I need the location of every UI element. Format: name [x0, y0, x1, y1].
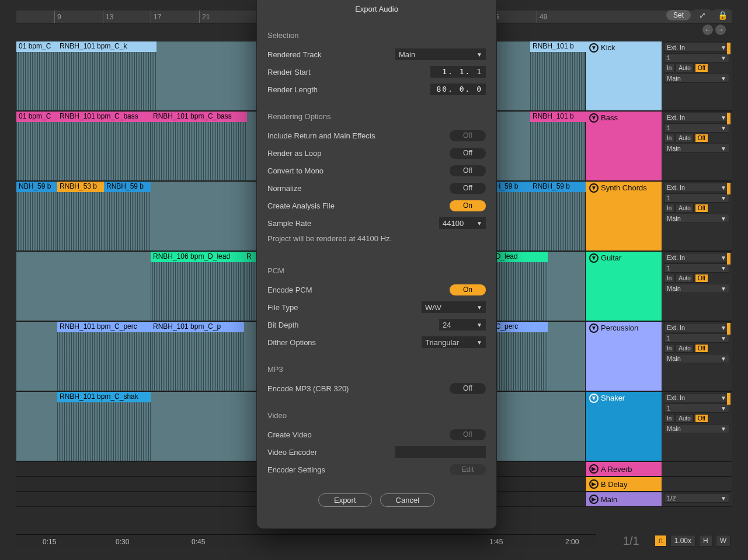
monitor-auto-button[interactable]: Auto	[676, 204, 694, 213]
output-select[interactable]: Main▼	[664, 284, 729, 293]
clip[interactable]: RNBH_101 bpm_C_k	[57, 41, 156, 52]
normalize-toggle[interactable]: Off	[450, 183, 486, 194]
section-mp3: MP3	[267, 351, 486, 380]
file-type-select[interactable]: WAV▼	[422, 301, 486, 313]
track-header[interactable]: ▼Percussion	[586, 322, 662, 391]
monitor-off-button[interactable]: Off	[695, 134, 708, 142]
fold-icon[interactable]: ▼	[589, 183, 599, 193]
clip[interactable]: RNBH_101 b	[530, 41, 586, 52]
clip[interactable]: RNBH_59 b	[530, 182, 586, 192]
w-button[interactable]: W	[716, 535, 730, 547]
input-chan-select[interactable]: 1▼	[664, 53, 729, 62]
time-mark: 0:30	[116, 538, 129, 546]
clip[interactable]: 01 bpm_C	[16, 41, 57, 52]
zoom-display[interactable]: 1.00x	[670, 535, 695, 547]
render-loop-toggle[interactable]: Off	[450, 148, 486, 159]
output-select[interactable]: Main▼	[664, 214, 729, 223]
track-header[interactable]: ▼Shaker	[586, 392, 662, 461]
monitor-auto-button[interactable]: Auto	[676, 64, 694, 72]
clip[interactable]: RNBH_101 bpm_C_bass	[57, 112, 151, 122]
track-header[interactable]: ▶B Delay	[586, 477, 662, 491]
nav-fwd-icon[interactable]: →	[715, 25, 726, 35]
convert-mono-toggle[interactable]: Off	[450, 165, 486, 176]
waveform-icon[interactable]: ⎍	[655, 535, 667, 547]
input-type-select[interactable]: Ext. In▼	[664, 183, 729, 192]
nav-back-icon[interactable]: ←	[702, 25, 713, 35]
expand-icon[interactable]: ⤢	[694, 9, 711, 21]
output-select[interactable]: 1/2▼	[664, 493, 729, 503]
export-button[interactable]: Export	[318, 493, 372, 507]
clip[interactable]: RNBH_106 bpm_D_lead	[151, 252, 244, 262]
clip[interactable]: RNBH_101 bpm_C_bass	[151, 112, 247, 122]
rendered-track-select[interactable]: Main▼	[395, 48, 486, 60]
input-chan-select[interactable]: 1▼	[664, 193, 729, 203]
output-select[interactable]: Main▼	[664, 144, 729, 153]
monitor-off-button[interactable]: Off	[695, 274, 708, 283]
monitor-in-button[interactable]: In	[664, 274, 674, 283]
time-mark: 2:00	[565, 538, 579, 546]
monitor-in-button[interactable]: In	[664, 344, 674, 353]
input-type-select[interactable]: Ext. In▼	[664, 113, 729, 122]
monitor-auto-button[interactable]: Auto	[676, 344, 694, 353]
section-rendering: Rendering Options	[267, 98, 486, 127]
clip[interactable]: RNBH_59 b	[104, 182, 151, 192]
output-select[interactable]: Main▼	[664, 424, 729, 433]
input-type-select[interactable]: Ext. In▼	[664, 393, 729, 402]
monitor-off-button[interactable]: Off	[695, 64, 708, 72]
sample-rate-select[interactable]: 44100▼	[439, 217, 486, 229]
clip[interactable]: RNBH_53 b	[57, 182, 104, 192]
clip[interactable]: 01 bpm_C	[16, 112, 57, 122]
track-header[interactable]: ▶A Reverb	[586, 462, 662, 476]
track-header[interactable]: ▼Synth Chords	[586, 182, 662, 251]
track-header[interactable]: ▼Bass	[586, 112, 662, 180]
clip[interactable]: RNBH_101 bpm_C_perc	[57, 322, 151, 332]
h-button[interactable]: H	[699, 535, 712, 547]
clip[interactable]: R	[244, 252, 256, 262]
track-header[interactable]: ▶Main	[586, 492, 662, 506]
lock-icon[interactable]: 🔒	[714, 9, 730, 21]
monitor-in-button[interactable]: In	[664, 134, 674, 142]
input-chan-select[interactable]: 1▼	[664, 333, 729, 343]
play-icon[interactable]: ▶	[589, 464, 599, 474]
encode-mp3-toggle[interactable]: Off	[450, 383, 486, 394]
output-select[interactable]: Main▼	[664, 354, 729, 363]
input-chan-select[interactable]: 1▼	[664, 263, 729, 273]
time-ruler[interactable]: 0:150:300:451:452:00	[16, 534, 596, 547]
monitor-auto-button[interactable]: Auto	[676, 414, 694, 423]
clip[interactable]: RNBH_101 bpm_C_p	[151, 322, 244, 332]
monitor-auto-button[interactable]: Auto	[676, 134, 694, 142]
track-header[interactable]: ▼Kick	[586, 41, 662, 110]
input-chan-select[interactable]: 1▼	[664, 404, 729, 413]
monitor-off-button[interactable]: Off	[695, 344, 708, 353]
fold-icon[interactable]: ▼	[589, 113, 599, 123]
fold-icon[interactable]: ▼	[589, 394, 599, 403]
clip[interactable]: RNBH_101 bpm_C_shak	[57, 392, 151, 402]
clip[interactable]: RNBH_101 b	[530, 112, 586, 122]
fold-icon[interactable]: ▼	[589, 324, 599, 333]
input-type-select[interactable]: Ext. In▼	[664, 253, 729, 262]
fold-icon[interactable]: ▼	[589, 253, 599, 263]
monitor-off-button[interactable]: Off	[695, 204, 708, 213]
monitor-in-button[interactable]: In	[664, 204, 674, 213]
clip[interactable]: NBH_59 b	[16, 182, 57, 192]
create-analysis-toggle[interactable]: On	[450, 200, 486, 211]
set-button[interactable]: Set	[666, 10, 691, 20]
monitor-off-button[interactable]: Off	[695, 414, 708, 423]
input-chan-select[interactable]: 1▼	[664, 123, 729, 133]
cancel-button[interactable]: Cancel	[380, 493, 435, 507]
input-type-select[interactable]: Ext. In▼	[664, 43, 729, 52]
encode-pcm-toggle[interactable]: On	[450, 284, 486, 295]
fold-icon[interactable]: ▼	[589, 43, 599, 53]
render-start-input[interactable]: 1. 1. 1	[430, 66, 486, 78]
play-icon[interactable]: ▶	[589, 479, 599, 489]
render-length-input[interactable]: 80. 0. 0	[430, 84, 486, 95]
bit-depth-select[interactable]: 24▼	[439, 319, 486, 331]
monitor-auto-button[interactable]: Auto	[676, 274, 694, 283]
monitor-in-button[interactable]: In	[664, 64, 674, 72]
track-header[interactable]: ▼Guitar	[586, 252, 662, 321]
output-select[interactable]: Main▼	[664, 74, 729, 83]
monitor-in-button[interactable]: In	[664, 414, 674, 423]
play-icon[interactable]: ▶	[589, 495, 599, 504]
input-type-select[interactable]: Ext. In▼	[664, 323, 729, 332]
dither-select[interactable]: Triangular▼	[422, 336, 486, 348]
